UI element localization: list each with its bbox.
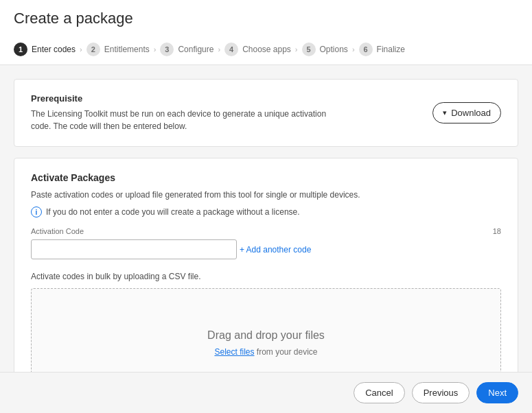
activation-code-counter: 18 — [493, 227, 501, 235]
step-5-circle: 5 — [302, 43, 316, 56]
step-2-label: Entitlements — [104, 45, 150, 54]
step-4-circle: 4 — [224, 43, 238, 56]
bulk-section-label: Activate codes in bulk by uploading a CS… — [31, 272, 501, 281]
page-header: Create a package — [0, 0, 532, 34]
activate-packages-description: Paste activation codes or upload file ge… — [31, 189, 501, 201]
chevron-icon-4: › — [295, 45, 298, 54]
chevron-icon-5: › — [352, 45, 355, 54]
select-files-link[interactable]: Select files — [214, 347, 254, 357]
activate-packages-heading: Activate Packages — [31, 172, 501, 183]
activation-field-row: Activation Code 18 — [31, 227, 501, 235]
chevron-icon-1: › — [80, 45, 82, 54]
prerequisite-heading: Prerequisite — [31, 93, 333, 104]
dropzone-main-text: Drag and drop your files — [207, 329, 325, 342]
step-3[interactable]: 3 Configure — [160, 43, 213, 56]
main-content: Prerequisite The Licensing Toolkit must … — [0, 65, 532, 413]
info-text: If you do not enter a code you will crea… — [46, 207, 300, 217]
previous-button[interactable]: Previous — [412, 382, 470, 403]
step-1[interactable]: 1 Enter codes — [14, 43, 76, 56]
dropzone-suffix: from your device — [254, 347, 317, 357]
chevron-icon-2: › — [154, 45, 157, 54]
step-1-label: Enter codes — [32, 45, 76, 54]
footer: Cancel Previous Next — [0, 372, 532, 413]
chevron-down-icon: ▾ — [443, 108, 447, 117]
activation-code-input[interactable] — [31, 239, 237, 259]
chevron-icon-3: › — [218, 45, 220, 54]
download-button[interactable]: ▾ Download — [432, 102, 501, 123]
step-6[interactable]: 6 Finalize — [359, 43, 405, 56]
step-3-label: Configure — [178, 45, 213, 54]
step-4[interactable]: 4 Choose apps — [224, 43, 291, 56]
step-1-circle: 1 — [14, 43, 27, 56]
info-icon: i — [31, 206, 42, 217]
cancel-button[interactable]: Cancel — [354, 382, 404, 403]
download-button-label: Download — [451, 108, 491, 118]
step-5[interactable]: 5 Options — [302, 43, 348, 56]
stepper: 1 Enter codes › 2 Entitlements › 3 Confi… — [0, 34, 532, 65]
step-4-label: Choose apps — [242, 45, 291, 54]
step-3-circle: 3 — [160, 43, 174, 56]
dropzone-sub-text: Select files from your device — [214, 347, 317, 357]
step-5-label: Options — [320, 45, 348, 54]
activation-code-label: Activation Code — [31, 227, 84, 235]
step-2-circle: 2 — [86, 43, 100, 56]
prerequisite-card: Prerequisite The Licensing Toolkit must … — [14, 79, 518, 147]
next-button[interactable]: Next — [476, 382, 518, 403]
step-6-circle: 6 — [359, 43, 373, 56]
prerequisite-description: The Licensing Toolkit must be run on eac… — [31, 108, 333, 132]
step-2[interactable]: 2 Entitlements — [86, 43, 150, 56]
add-another-code-link[interactable]: + Add another code — [240, 245, 311, 255]
page-title: Create a package — [14, 10, 518, 27]
prerequisite-content: Prerequisite The Licensing Toolkit must … — [31, 93, 333, 132]
info-row: i If you do not enter a code you will cr… — [31, 206, 501, 217]
step-6-label: Finalize — [377, 45, 405, 54]
